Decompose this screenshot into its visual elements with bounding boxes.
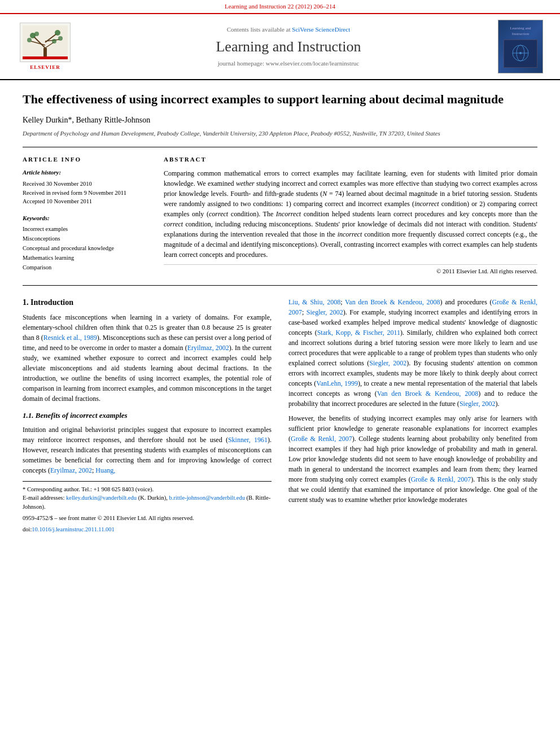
abstract-col: ABSTRACT Comparing common mathematical e… xyxy=(164,155,537,276)
svg-point-8 xyxy=(27,38,32,42)
subsection1-heading: 1.1. Benefits of incorrect examples xyxy=(23,410,272,421)
footer-notes: * Corresponding author. Tel.: +1 908 625… xyxy=(23,481,272,534)
svg-point-12 xyxy=(34,32,39,36)
history-label: Article history: xyxy=(23,168,147,177)
section1-heading: 1. Introduction xyxy=(23,297,272,308)
ref-skinner[interactable]: Skinner, 1961 xyxy=(228,436,268,444)
section-divider xyxy=(23,285,537,286)
body-left-col: 1. Introduction Students face misconcept… xyxy=(23,297,272,534)
email-durkin[interactable]: kelley.durkin@vanderbilt.edu xyxy=(66,495,137,501)
ref-grosse2[interactable]: Große & Renkl, 2007 xyxy=(291,435,352,443)
svg-point-9 xyxy=(55,30,60,36)
sciverse-line: Contents lists available at SciVerse Sci… xyxy=(85,25,492,34)
article-title: The effectiveness of using incorrect exa… xyxy=(23,91,537,108)
keywords-section: Keywords: Incorrect examples Misconcepti… xyxy=(23,214,147,272)
email-rittle[interactable]: b.rittle-johnson@vanderbilt.edu xyxy=(169,495,244,501)
keyword-3: Conceptual and procedural knowledge xyxy=(23,244,147,254)
footnote-email-text: E-mail addresses: xyxy=(23,495,66,501)
ref-huang[interactable]: Huang, xyxy=(95,466,115,474)
svg-rect-1 xyxy=(43,48,47,56)
elsevier-brand-text: ELSEVIER xyxy=(30,64,60,71)
keyword-1: Incorrect examples xyxy=(23,225,147,234)
keyword-4: Mathematics learning xyxy=(23,254,147,263)
svg-point-18 xyxy=(519,52,522,54)
ref-siegler[interactable]: Siegler, 2002 xyxy=(307,308,343,316)
body-para-2: Intuition and original behaviorist princ… xyxy=(23,425,272,475)
svg-point-10 xyxy=(58,36,63,41)
ref-siegler2[interactable]: Siegler, 2002 xyxy=(369,359,406,367)
ref-vandenbroek2[interactable]: Van den Broek & Kendeou, 2008 xyxy=(377,390,478,397)
sciverse-link[interactable]: SciVerse ScienceDirect xyxy=(292,26,350,33)
ref-vandenbroek[interactable]: Van den Broek & Kendeou, 2008 xyxy=(345,298,440,306)
ref-grosse3[interactable]: Große & Renkl, 2007 xyxy=(411,475,471,483)
authors: Kelley Durkin*, Bethany Rittle-Johnson xyxy=(23,115,537,126)
top-banner: Learning and Instruction 22 (2012) 206–2… xyxy=(0,0,560,14)
body-right-para-2: However, the benefits of studying incorr… xyxy=(288,413,537,505)
article-info-label: ARTICLE INFO xyxy=(23,155,147,164)
journal-cover: Learning andInstruction xyxy=(498,20,549,73)
footnote-corresponding: * Corresponding author. Tel.: +1 908 625… xyxy=(23,485,272,494)
doi-line: doi:10.1016/j.learninstruc.2011.11.001 xyxy=(23,525,272,534)
journal-title: Learning and Instruction xyxy=(85,37,492,57)
footnote-email: E-mail addresses: kelley.durkin@vanderbi… xyxy=(23,493,272,512)
issn-line: 0959-4752/$ – see front matter © 2011 El… xyxy=(23,514,272,523)
journal-header: ELSEVIER Contents lists available at Sci… xyxy=(0,14,560,80)
footnote-durkin-name: (K. Durkin), xyxy=(137,495,169,501)
history-received: Received 30 November 2010 xyxy=(23,180,147,189)
body-right-col: Liu, & Shiu, 2008; Van den Broek & Kende… xyxy=(288,297,537,534)
elsevier-tree-image xyxy=(20,23,71,62)
ref-eryilmaz[interactable]: Eryilmaz, 2002 xyxy=(187,344,229,352)
body-para-1: Students face misconceptions when learni… xyxy=(23,312,272,404)
ref-liu[interactable]: Liu, & Shiu, 2008 xyxy=(288,298,340,306)
history-revised: Received in revised form 9 November 2011 xyxy=(23,189,147,198)
ref-vanlehn[interactable]: VanLehn, 1999 xyxy=(316,379,358,387)
cover-image: Learning andInstruction xyxy=(498,20,543,73)
abstract-text: Comparing common mathematical errors to … xyxy=(164,168,537,260)
body-right-para-1: Liu, & Shiu, 2008; Van den Broek & Kende… xyxy=(288,297,537,409)
abstract-label: ABSTRACT xyxy=(164,155,537,164)
ref-stark[interactable]: Stark, Kopp, & Fischer, 2011 xyxy=(317,329,400,337)
body-content: 1. Introduction Students face misconcept… xyxy=(23,297,537,534)
history-accepted: Accepted 10 November 2011 xyxy=(23,197,147,206)
ref-eryilmaz2[interactable]: Eryilmaz, 2002 xyxy=(50,466,92,474)
elsevier-logo: ELSEVIER xyxy=(11,23,79,71)
homepage-line: journal homepage: www.elsevier.com/locat… xyxy=(85,59,492,68)
doi-link[interactable]: 10.1016/j.learninstruc.2011.11.001 xyxy=(32,526,115,532)
article-info-col: ARTICLE INFO Article history: Received 3… xyxy=(23,155,147,276)
keywords-label: Keywords: xyxy=(23,214,147,222)
article-info-abstract: ARTICLE INFO Article history: Received 3… xyxy=(23,147,537,276)
affiliation: Department of Psychology and Human Devel… xyxy=(23,129,537,138)
article-history: Article history: Received 30 November 20… xyxy=(23,168,147,206)
journal-center: Contents lists available at SciVerse Sci… xyxy=(85,25,492,68)
main-content: The effectiveness of using incorrect exa… xyxy=(0,80,560,545)
ref-siegler3[interactable]: Siegler, 2002 xyxy=(460,400,496,408)
svg-rect-13 xyxy=(23,56,68,59)
ref-resnick[interactable]: Resnick et al., 1989 xyxy=(43,334,97,342)
copyright-line: © 2011 Elsevier Ltd. All rights reserved… xyxy=(164,264,537,276)
keyword-5: Comparison xyxy=(23,263,147,273)
keyword-2: Misconceptions xyxy=(23,234,147,244)
body-two-col: 1. Introduction Students face misconcept… xyxy=(23,297,537,534)
banner-text: Learning and Instruction 22 (2012) 206–2… xyxy=(225,3,335,10)
svg-point-11 xyxy=(52,39,56,43)
